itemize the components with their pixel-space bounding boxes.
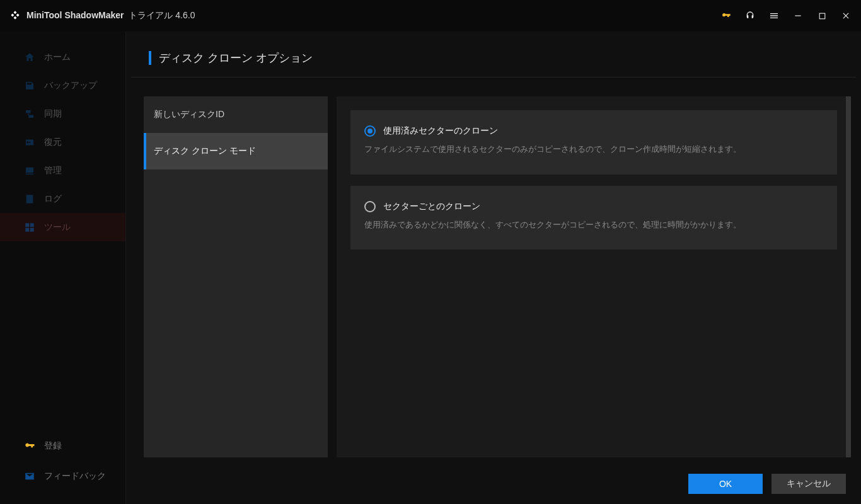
cancel-button[interactable]: キャンセル [771, 474, 846, 494]
sidebar-item-label: 管理 [44, 165, 62, 176]
options-panel: 使用済みセクターのクローン ファイルシステムで使用されるセクターのみがコピーされ… [337, 96, 851, 457]
sidebar-item-feedback[interactable]: フィードバック [0, 461, 125, 491]
key-icon [24, 440, 35, 452]
manage-icon [24, 165, 35, 176]
option-used-sector[interactable]: 使用済みセクターのクローン ファイルシステムで使用されるセクターのみがコピーされ… [350, 110, 837, 175]
sidebar-item-label: バックアップ [44, 80, 97, 91]
option-sector-by-sector[interactable]: セクターごとのクローン 使用済みであるかどかに関係なく、すべてのセクターがコピー… [350, 186, 837, 250]
sidebar-item-label: ログ [44, 193, 62, 205]
page-header: ディスク クローン オプション [131, 32, 856, 77]
sidebar: ホーム バックアップ 同期 復元 管理 ログ [0, 32, 126, 504]
sidebar-item-backup[interactable]: バックアップ [0, 71, 125, 100]
sidebar-item-label: 復元 [44, 137, 62, 148]
sidebar-item-register[interactable]: 登録 [0, 431, 125, 461]
main-panel: ディスク クローン オプション 新しいディスクID ディスク クローン モード … [126, 32, 861, 504]
sidebar-item-home[interactable]: ホーム [0, 43, 125, 71]
sidebar-item-sync[interactable]: 同期 [0, 100, 125, 128]
restore-icon [24, 137, 35, 148]
tab-label: ディスク クローン モード [154, 146, 256, 157]
sidebar-item-restore[interactable]: 復元 [0, 128, 125, 156]
menu-icon[interactable] [768, 9, 780, 22]
close-icon[interactable] [840, 9, 852, 22]
page-title: ディスク クローン オプション [159, 50, 313, 66]
tab-label: 新しいディスクID [154, 109, 224, 120]
accent-bar [149, 51, 151, 65]
sidebar-item-manage[interactable]: 管理 [0, 156, 125, 185]
maximize-icon[interactable] [816, 9, 828, 22]
app-logo-icon [9, 9, 21, 23]
mail-icon [24, 471, 35, 482]
tab-new-disk-id[interactable]: 新しいディスクID [144, 96, 328, 133]
home-icon [24, 52, 35, 63]
titlebar-right [720, 9, 856, 22]
option-desc: ファイルシステムで使用されるセクターのみがコピーされるので、クローン作成時間が短… [364, 143, 823, 156]
option-title: セクターごとのクローン [383, 201, 480, 212]
titlebar: MiniTool ShadowMaker トライアル 4.6.0 [0, 0, 861, 32]
sidebar-item-label: 同期 [44, 108, 62, 120]
radio-unselected-icon[interactable] [364, 201, 376, 212]
minimize-icon[interactable] [792, 9, 804, 22]
tools-icon [24, 222, 35, 233]
sidebar-item-log[interactable]: ログ [0, 185, 125, 213]
log-icon [24, 193, 35, 205]
sync-icon [24, 108, 35, 120]
option-title: 使用済みセクターのクローン [383, 125, 498, 137]
support-icon[interactable] [744, 9, 756, 22]
footer: OK キャンセル [126, 465, 861, 504]
option-desc: 使用済みであるかどかに関係なく、すべてのセクターがコピーされるので、処理に時間が… [364, 219, 823, 231]
backup-icon [24, 80, 35, 91]
sidebar-item-label: ツール [44, 222, 71, 233]
tab-clone-mode[interactable]: ディスク クローン モード [144, 133, 328, 169]
key-icon[interactable] [720, 9, 732, 22]
svg-rect-1 [819, 13, 825, 19]
svg-rect-0 [795, 15, 800, 16]
titlebar-left: MiniTool ShadowMaker トライアル 4.6.0 [9, 9, 195, 23]
sidebar-item-label: フィードバック [44, 471, 106, 482]
ok-button[interactable]: OK [688, 474, 763, 494]
radio-selected-icon[interactable] [364, 125, 376, 137]
tabs-panel: 新しいディスクID ディスク クローン モード [144, 96, 328, 457]
sidebar-item-label: ホーム [44, 52, 71, 63]
sidebar-item-tools[interactable]: ツール [0, 213, 125, 241]
sidebar-item-label: 登録 [44, 440, 62, 452]
app-title: MiniTool ShadowMaker トライアル 4.6.0 [26, 10, 195, 21]
